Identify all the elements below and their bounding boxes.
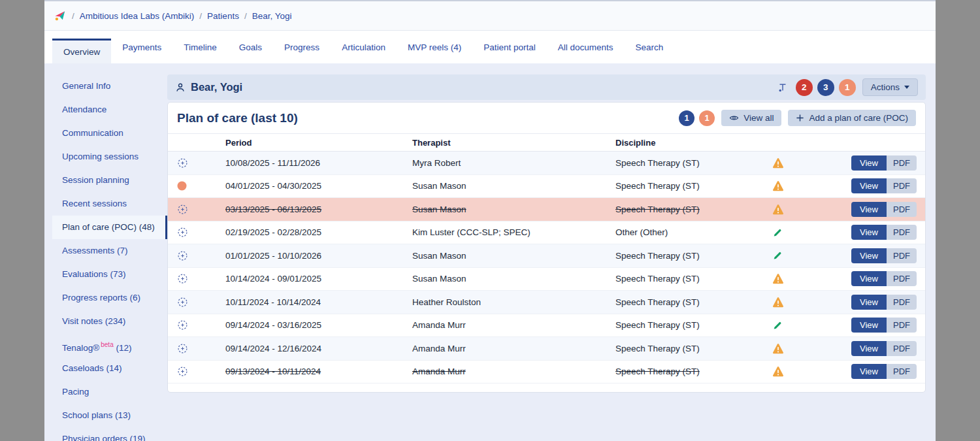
view-button[interactable]: View <box>851 202 887 217</box>
tab-progress[interactable]: Progress <box>273 31 331 63</box>
view-button[interactable]: View <box>851 225 887 240</box>
target-plus-icon[interactable] <box>168 157 225 169</box>
tab-mvp-reels-4-[interactable]: MVP reels (4) <box>397 31 472 63</box>
breadcrumb-separator: / <box>244 11 247 21</box>
target-plus-icon[interactable] <box>168 343 225 354</box>
sidebar-item-tenalog-[interactable]: Tenalog®beta (12) <box>52 333 167 357</box>
warning-icon[interactable] <box>772 273 811 284</box>
view-all-button[interactable]: View all <box>721 110 781 126</box>
breadcrumb-item[interactable]: Ambitious Idea Labs (Ambiki) <box>80 11 195 21</box>
add-plan-of-care-label: Add a plan of care (POC) <box>809 113 908 123</box>
period-cell: 03/13/2025 - 06/13/2025 <box>225 204 412 214</box>
count-badge[interactable]: 1 <box>839 79 856 96</box>
sidebar-item-visit-notes-234-[interactable]: Visit notes (234) <box>52 310 167 333</box>
target-plus-icon[interactable] <box>168 366 225 377</box>
tab-timeline[interactable]: Timeline <box>172 31 228 63</box>
count-badge[interactable]: 3 <box>817 79 834 96</box>
warning-icon[interactable] <box>772 366 811 377</box>
pdf-button[interactable]: PDF <box>887 248 917 263</box>
view-button[interactable]: View <box>851 341 887 356</box>
pdf-button[interactable]: PDF <box>887 318 917 333</box>
pdf-button[interactable]: PDF <box>887 341 917 356</box>
actions-button[interactable]: Actions <box>862 78 918 96</box>
sidebar-item-communication[interactable]: Communication <box>52 122 167 145</box>
view-button[interactable]: View <box>851 248 887 263</box>
count-badge[interactable]: 1 <box>699 110 715 126</box>
count-badge[interactable]: 2 <box>796 79 813 96</box>
warning-icon[interactable] <box>772 180 811 191</box>
sidebar-item-physician-orders-19-[interactable]: Physician orders (19) <box>52 427 167 441</box>
table-row: 03/13/2025 - 06/13/2025Susan MasonSpeech… <box>168 198 925 221</box>
sidebar-item-recent-sessions[interactable]: Recent sessions <box>52 192 167 216</box>
tab-payments[interactable]: Payments <box>111 31 172 63</box>
sidebar-item-evaluations-73-[interactable]: Evaluations (73) <box>52 263 167 286</box>
tab-overview[interactable]: Overview <box>52 39 111 63</box>
count-badge[interactable]: 1 <box>679 110 694 126</box>
tab-patient-portal[interactable]: Patient portal <box>472 31 547 63</box>
pencil-icon[interactable] <box>772 320 811 331</box>
period-cell: 04/01/2025 - 04/30/2025 <box>225 181 412 191</box>
tab-search[interactable]: Search <box>625 31 675 63</box>
patient-header: Bear, Yogi 231 Actions <box>167 74 926 100</box>
warning-icon[interactable] <box>772 157 811 169</box>
status-dot-icon[interactable] <box>168 181 225 191</box>
sidebar-item-attendance[interactable]: Attendance <box>52 98 167 122</box>
pdf-button[interactable]: PDF <box>887 225 917 240</box>
breadcrumb-item[interactable]: Bear, Yogi <box>252 11 292 21</box>
pdf-button[interactable]: PDF <box>887 155 917 171</box>
tab-goals[interactable]: Goals <box>228 31 273 63</box>
target-plus-icon[interactable] <box>168 227 225 238</box>
timeline-icon[interactable] <box>777 82 788 93</box>
pdf-button[interactable]: PDF <box>887 202 917 217</box>
warning-icon[interactable] <box>772 297 811 308</box>
main-panel: Bear, Yogi 231 Actions P <box>167 74 926 441</box>
pdf-button[interactable]: PDF <box>887 178 917 193</box>
view-button[interactable]: View <box>851 295 887 310</box>
view-button[interactable]: View <box>851 318 887 333</box>
sidebar-item-school-plans-13-[interactable]: School plans (13) <box>52 404 167 427</box>
therapist-cell: Susan Mason <box>412 204 615 214</box>
pdf-button[interactable]: PDF <box>887 295 917 310</box>
view-button[interactable]: View <box>851 364 887 379</box>
view-all-label: View all <box>743 113 774 123</box>
discipline-cell: Speech Therapy (ST) <box>615 204 772 214</box>
tab-articulation[interactable]: Articulation <box>331 31 397 63</box>
warning-icon[interactable] <box>772 204 811 215</box>
sidebar-item-general-info[interactable]: General Info <box>52 74 167 98</box>
target-plus-icon[interactable] <box>168 250 225 261</box>
table-row: 10/08/2025 - 11/11/2026Myra RobertSpeech… <box>168 152 925 175</box>
breadcrumb-separator: / <box>72 11 74 21</box>
pencil-icon[interactable] <box>772 227 811 238</box>
pdf-button[interactable]: PDF <box>887 271 917 286</box>
table-row: 10/11/2024 - 10/14/2024Heather RoulstonS… <box>168 291 925 314</box>
view-button[interactable]: View <box>851 271 887 286</box>
pencil-icon[interactable] <box>772 250 811 261</box>
discipline-cell: Other (Other) <box>615 227 772 237</box>
column-therapist: Therapist <box>412 138 615 148</box>
sidebar-item-progress-reports-6-[interactable]: Progress reports (6) <box>52 286 167 310</box>
target-plus-icon[interactable] <box>168 204 225 215</box>
sidebar-item-upcoming-sessions[interactable]: Upcoming sessions <box>52 145 167 169</box>
add-plan-of-care-button[interactable]: Add a plan of care (POC) <box>788 110 916 126</box>
target-plus-icon[interactable] <box>168 273 225 284</box>
table-row: 09/14/2024 - 12/16/2024Amanda MurrSpeech… <box>168 337 925 361</box>
warning-icon[interactable] <box>772 343 811 354</box>
period-cell: 10/14/2024 - 09/01/2025 <box>225 274 412 284</box>
section-title: Plan of care (last 10) <box>177 111 298 125</box>
sidebar-item-session-planning[interactable]: Session planning <box>52 169 167 192</box>
ambiki-logo[interactable] <box>54 9 67 22</box>
view-button[interactable]: View <box>851 178 887 193</box>
target-plus-icon[interactable] <box>168 319 225 331</box>
discipline-cell: Speech Therapy (ST) <box>615 274 772 284</box>
breadcrumb-item[interactable]: Patients <box>207 11 239 21</box>
period-cell: 01/01/2025 - 10/10/2026 <box>225 251 412 261</box>
sidebar-item-pacing[interactable]: Pacing <box>52 380 167 404</box>
view-button[interactable]: View <box>851 155 887 171</box>
sidebar-item-caseloads-14-[interactable]: Caseloads (14) <box>52 357 167 380</box>
sidebar-item-plan-of-care-poc-48-[interactable]: Plan of care (POC) (48) <box>52 216 167 239</box>
table-row: 09/13/2024 - 10/11/2024Amanda MurrSpeech… <box>168 361 925 384</box>
target-plus-icon[interactable] <box>168 297 225 308</box>
tab-all-documents[interactable]: All documents <box>547 31 625 63</box>
pdf-button[interactable]: PDF <box>887 364 917 379</box>
sidebar-item-assessments-7-[interactable]: Assessments (7) <box>52 239 167 263</box>
